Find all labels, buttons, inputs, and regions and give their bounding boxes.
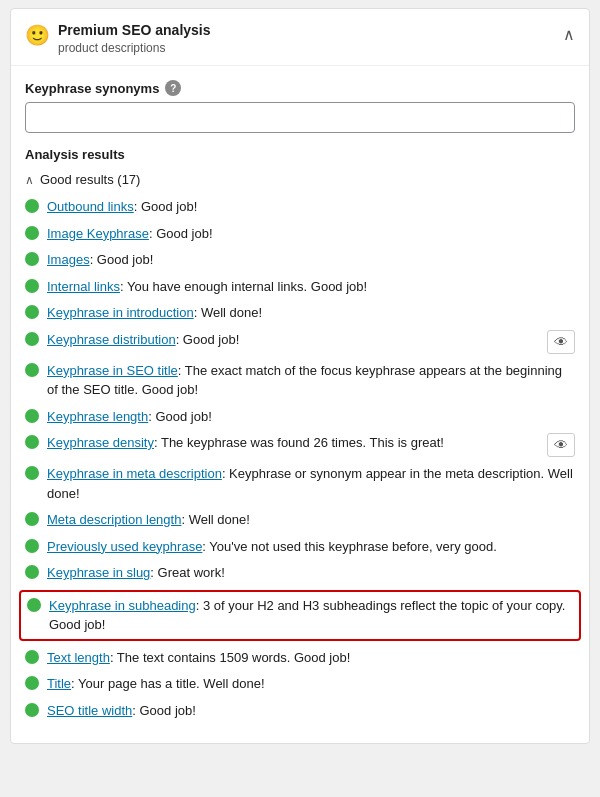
list-item: Title: Your page has a title. Well done! <box>25 674 575 694</box>
result-link[interactable]: Outbound links <box>47 199 134 214</box>
result-link[interactable]: Previously used keyphrase <box>47 539 202 554</box>
list-item: Keyphrase length: Good job! <box>25 407 575 427</box>
list-item: Image Keyphrase: Good job! <box>25 224 575 244</box>
result-text: Keyphrase in SEO title: The exact match … <box>47 361 575 400</box>
result-text: Keyphrase length: Good job! <box>47 407 575 427</box>
result-link[interactable]: Meta description length <box>47 512 181 527</box>
highlighted-result-item: Keyphrase in subheading: 3 of your H2 an… <box>19 590 581 641</box>
smiley-icon: 🙂 <box>25 23 50 47</box>
result-text: Keyphrase density: The keyphrase was fou… <box>47 433 541 453</box>
list-item: SEO title width: Good job! <box>25 701 575 721</box>
result-text-wrap: Keyphrase distribution: Good job!👁 <box>47 330 575 354</box>
status-dot <box>25 199 39 213</box>
result-link[interactable]: Keyphrase in subheading <box>49 598 196 613</box>
status-dot <box>25 703 39 717</box>
result-link[interactable]: Title <box>47 676 71 691</box>
result-text: Outbound links: Good job! <box>47 197 575 217</box>
panel-subtitle: product descriptions <box>58 41 211 55</box>
list-item: Previously used keyphrase: You've not us… <box>25 537 575 557</box>
result-text: Images: Good job! <box>47 250 575 270</box>
keyphrase-synonyms-label: Keyphrase synonyms ? <box>25 80 575 96</box>
list-item: Keyphrase distribution: Good job!👁 <box>25 330 575 354</box>
good-results-label: Good results (17) <box>40 172 140 187</box>
chevron-up-icon: ∧ <box>25 173 34 187</box>
panel-title-group: Premium SEO analysis product description… <box>58 21 211 55</box>
result-link[interactable]: Internal links <box>47 279 120 294</box>
analysis-section-title: Analysis results <box>25 147 575 162</box>
eye-button[interactable]: 👁 <box>547 433 575 457</box>
result-link[interactable]: Keyphrase in SEO title <box>47 363 178 378</box>
status-dot <box>25 512 39 526</box>
list-item: Keyphrase in subheading: 3 of your H2 an… <box>27 596 573 635</box>
status-dot <box>25 650 39 664</box>
status-dot <box>25 565 39 579</box>
status-dot <box>27 598 41 612</box>
list-item: Keyphrase density: The keyphrase was fou… <box>25 433 575 457</box>
status-dot <box>25 676 39 690</box>
result-text: Keyphrase distribution: Good job! <box>47 330 541 350</box>
result-text: Keyphrase in meta description: Keyphrase… <box>47 464 575 503</box>
status-dot <box>25 409 39 423</box>
list-item: Images: Good job! <box>25 250 575 270</box>
result-link[interactable]: Keyphrase distribution <box>47 332 176 347</box>
result-text: Image Keyphrase: Good job! <box>47 224 575 244</box>
result-text: SEO title width: Good job! <box>47 701 575 721</box>
result-link[interactable]: Keyphrase in meta description <box>47 466 222 481</box>
result-text-wrap: Keyphrase density: The keyphrase was fou… <box>47 433 575 457</box>
results-list: Outbound links: Good job!Image Keyphrase… <box>25 197 575 720</box>
result-link[interactable]: Text length <box>47 650 110 665</box>
list-item: Text length: The text contains 1509 word… <box>25 648 575 668</box>
status-dot <box>25 435 39 449</box>
result-link[interactable]: Image Keyphrase <box>47 226 149 241</box>
result-link[interactable]: Keyphrase in slug <box>47 565 150 580</box>
list-item: Keyphrase in slug: Great work! <box>25 563 575 583</box>
eye-icon: 👁 <box>554 437 568 453</box>
status-dot <box>25 539 39 553</box>
result-link[interactable]: Keyphrase density <box>47 435 154 450</box>
result-text: Meta description length: Well done! <box>47 510 575 530</box>
result-text: Text length: The text contains 1509 word… <box>47 648 575 668</box>
result-text: Internal links: You have enough internal… <box>47 277 575 297</box>
list-item: Meta description length: Well done! <box>25 510 575 530</box>
result-text: Keyphrase in slug: Great work! <box>47 563 575 583</box>
list-item: Keyphrase in meta description: Keyphrase… <box>25 464 575 503</box>
result-text: Keyphrase in introduction: Well done! <box>47 303 575 323</box>
result-link[interactable]: Keyphrase length <box>47 409 148 424</box>
panel-header-left: 🙂 Premium SEO analysis product descripti… <box>25 21 211 55</box>
seo-analysis-panel: 🙂 Premium SEO analysis product descripti… <box>10 8 590 744</box>
result-link[interactable]: SEO title width <box>47 703 132 718</box>
result-link[interactable]: Images <box>47 252 90 267</box>
status-dot <box>25 252 39 266</box>
status-dot <box>25 332 39 346</box>
status-dot <box>25 363 39 377</box>
result-text: Previously used keyphrase: You've not us… <box>47 537 575 557</box>
panel-title: Premium SEO analysis <box>58 21 211 39</box>
status-dot <box>25 226 39 240</box>
panel-body: Keyphrase synonyms ? Analysis results ∧ … <box>11 66 589 743</box>
list-item: Keyphrase in introduction: Well done! <box>25 303 575 323</box>
list-item: Keyphrase in SEO title: The exact match … <box>25 361 575 400</box>
keyphrase-synonyms-input[interactable] <box>25 102 575 133</box>
result-text: Title: Your page has a title. Well done! <box>47 674 575 694</box>
eye-icon: 👁 <box>554 334 568 350</box>
list-item: Outbound links: Good job! <box>25 197 575 217</box>
panel-header: 🙂 Premium SEO analysis product descripti… <box>11 9 589 66</box>
keyphrase-synonyms-text: Keyphrase synonyms <box>25 81 159 96</box>
status-dot <box>25 279 39 293</box>
help-icon[interactable]: ? <box>165 80 181 96</box>
status-dot <box>25 466 39 480</box>
result-text: Keyphrase in subheading: 3 of your H2 an… <box>49 596 573 635</box>
eye-button[interactable]: 👁 <box>547 330 575 354</box>
collapse-button[interactable]: ∧ <box>563 25 575 44</box>
result-link[interactable]: Keyphrase in introduction <box>47 305 194 320</box>
list-item: Internal links: You have enough internal… <box>25 277 575 297</box>
status-dot <box>25 305 39 319</box>
good-results-toggle[interactable]: ∧ Good results (17) <box>25 172 575 187</box>
